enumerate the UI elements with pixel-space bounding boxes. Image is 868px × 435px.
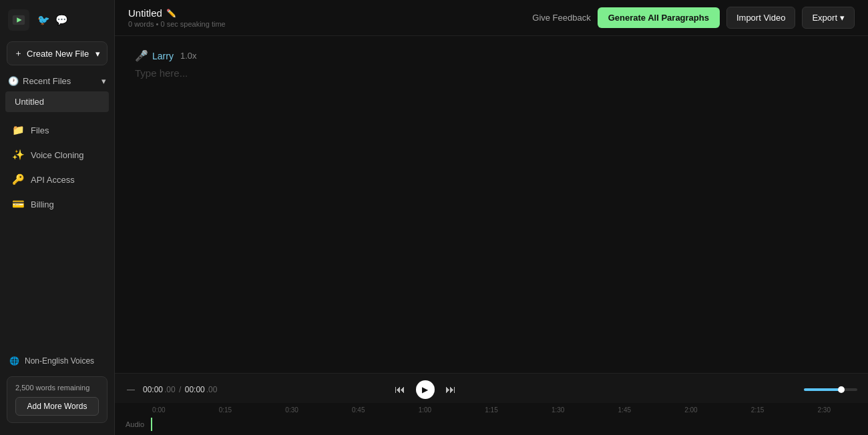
editor-area[interactable]: 🎤 Larry 1.0x Type here...: [115, 36, 868, 373]
export-button[interactable]: Export ▾: [802, 7, 855, 29]
skip-back-button[interactable]: ⏮: [395, 384, 405, 396]
player-time-display: 00:00 .00 / 00:00 .00: [143, 385, 217, 394]
microphone-icon: 🎤: [135, 49, 148, 62]
timeline-mark: 0:15: [192, 406, 259, 414]
sidebar-item-billing[interactable]: 💳 Billing: [3, 192, 112, 216]
total-time-sub: .00: [206, 385, 218, 394]
current-time-sub: .00: [164, 385, 176, 394]
sidebar-item-api-access[interactable]: 🔑 API Access: [3, 167, 112, 191]
credit-card-icon: 💳: [12, 198, 24, 210]
non-english-icon: 🌐: [9, 356, 19, 366]
skip-forward-button[interactable]: ⏭: [445, 384, 456, 396]
chevron-down-icon: ▾: [101, 76, 106, 86]
voice-name: Larry: [152, 51, 174, 61]
playhead-cursor: [151, 418, 152, 431]
create-new-file-button[interactable]: ＋ Create New File ▾: [7, 41, 107, 65]
timeline-mark: 0:45: [325, 406, 392, 414]
player-controls-row: — 00:00 .00 / 00:00 .00 ⏮ ▶ ⏭: [115, 374, 868, 403]
sidebar-nav: 📁 Files ✨ Voice Cloning 🔑 API Access 💳 B…: [0, 117, 114, 217]
create-btn-label: Create New File: [27, 49, 89, 59]
twitter-icon[interactable]: 🐦: [37, 14, 50, 26]
timeline-mark: 0:30: [258, 406, 325, 414]
sidebar-item-api-access-label: API Access: [31, 175, 75, 185]
audio-track-row: Audio: [126, 416, 857, 435]
main-content: Untitled ✏️ 0 words • 0 sec speaking tim…: [115, 0, 868, 435]
volume-thumb: [838, 386, 845, 393]
timeline-mark: 2:00: [658, 406, 724, 414]
export-label: Export: [812, 13, 837, 23]
sidebar-item-billing-label: Billing: [31, 199, 54, 209]
volume-slider[interactable]: [804, 388, 857, 391]
generate-all-paragraphs-button[interactable]: Generate All Paragraphs: [598, 7, 720, 28]
timeline-mark: 1:00: [392, 406, 459, 414]
player-dash: —: [126, 385, 136, 394]
sidebar: 🐦 💬 ＋ Create New File ▾ 🕐 Recent Files ▾…: [0, 0, 115, 435]
voice-bar: 🎤 Larry 1.0x: [135, 49, 848, 62]
words-remaining-box: 2,500 words remaining Add More Words: [7, 376, 107, 423]
timeline-marks: 0:000:150:300:451:001:151:301:452:002:15…: [126, 406, 857, 414]
player-bar: — 00:00 .00 / 00:00 .00 ⏮ ▶ ⏭: [115, 373, 868, 435]
document-title: Untitled: [128, 7, 162, 19]
sidebar-bottom: 🌐 Non-English Voices 2,500 words remaini…: [0, 351, 114, 435]
total-time-main: 00:00: [185, 385, 205, 394]
give-feedback-button[interactable]: Give Feedback: [532, 13, 590, 23]
play-button[interactable]: ▶: [416, 380, 435, 399]
timeline-mark: 1:30: [525, 406, 592, 414]
audio-track[interactable]: [151, 418, 857, 431]
non-english-label: Non-English Voices: [25, 356, 94, 366]
volume-area: [804, 388, 857, 391]
topbar: Untitled ✏️ 0 words • 0 sec speaking tim…: [115, 0, 868, 36]
words-remaining-text: 2,500 words remaining: [15, 384, 99, 392]
timeline-mark: 1:45: [591, 406, 658, 414]
recent-file-item[interactable]: Untitled: [5, 91, 109, 112]
non-english-voices-button[interactable]: 🌐 Non-English Voices: [0, 351, 114, 371]
sidebar-item-files-label: Files: [31, 125, 49, 135]
chevron-down-icon: ▾: [95, 49, 100, 59]
edit-icon[interactable]: ✏️: [166, 9, 176, 18]
clock-icon: 🕐: [8, 76, 19, 86]
sidebar-item-files[interactable]: 📁 Files: [3, 118, 112, 142]
timeline-mark: 2:15: [724, 406, 791, 414]
volume-fill: [804, 388, 841, 391]
current-time-main: 00:00: [143, 385, 163, 394]
speed-selector[interactable]: 1.0x: [180, 51, 197, 61]
social-links: 🐦 💬: [37, 14, 68, 26]
topbar-actions: Give Feedback Generate All Paragraphs Im…: [532, 7, 855, 29]
recent-files-label: Recent Files: [23, 76, 71, 86]
folder-icon: 📁: [12, 124, 24, 136]
chevron-down-icon: ▾: [840, 13, 845, 23]
logo: [8, 9, 29, 31]
key-icon: 🔑: [12, 173, 24, 185]
add-more-words-button[interactable]: Add More Words: [15, 397, 99, 416]
voice-selector[interactable]: 🎤 Larry: [135, 49, 174, 62]
topbar-title-area: Untitled ✏️ 0 words • 0 sec speaking tim…: [128, 7, 226, 28]
sidebar-item-voice-cloning[interactable]: ✨ Voice Cloning: [3, 143, 112, 167]
recent-files-section[interactable]: 🕐 Recent Files ▾: [0, 72, 114, 90]
sparkle-icon: ✨: [12, 149, 24, 161]
time-separator: /: [177, 385, 184, 394]
discord-icon[interactable]: 💬: [55, 14, 68, 26]
timeline-mark: 0:00: [126, 406, 192, 414]
plus-icon: ＋: [14, 47, 23, 59]
topbar-subtitle: 0 words • 0 sec speaking time: [128, 20, 226, 28]
sidebar-header: 🐦 💬: [0, 0, 114, 37]
timeline-container: 0:000:150:300:451:001:151:301:452:002:15…: [115, 403, 868, 435]
audio-label: Audio: [126, 420, 146, 428]
import-video-button[interactable]: Import Video: [726, 7, 795, 29]
timeline-ruler: 0:000:150:300:451:001:151:301:452:002:15…: [126, 403, 857, 416]
sidebar-item-voice-cloning-label: Voice Cloning: [31, 150, 84, 160]
player-buttons: ⏮ ▶ ⏭: [395, 380, 456, 399]
editor-placeholder[interactable]: Type here...: [135, 67, 848, 79]
timeline-mark: 1:15: [458, 406, 525, 414]
timeline-mark: 2:30: [791, 406, 857, 414]
